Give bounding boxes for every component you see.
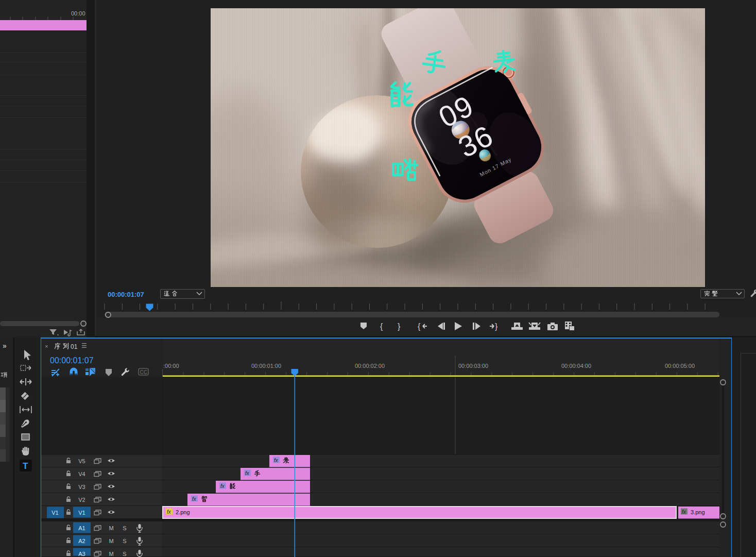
svg-text:T: T <box>23 461 28 471</box>
svg-text:{: { <box>418 322 421 331</box>
svg-text:}: } <box>495 322 498 331</box>
svg-text:00:00:03:00: 00:00:03:00 <box>458 363 488 369</box>
svg-text:}: } <box>398 322 401 331</box>
svg-text:V1: V1 <box>51 510 58 516</box>
svg-text:3.png: 3.png <box>691 509 705 515</box>
svg-text:fx: fx <box>167 509 171 515</box>
svg-text:S: S <box>123 525 126 531</box>
svg-text:fx: fx <box>220 483 225 489</box>
svg-text:00:00:05:00: 00:00:05:00 <box>665 363 695 369</box>
svg-text:2.png: 2.png <box>176 509 190 515</box>
svg-text:V4: V4 <box>78 471 85 477</box>
svg-text:M: M <box>109 538 113 544</box>
svg-text:S: S <box>123 551 126 557</box>
svg-text:00:00:02:00: 00:00:02:00 <box>355 363 385 369</box>
svg-text:A3: A3 <box>78 551 85 557</box>
svg-text:A2: A2 <box>78 538 85 544</box>
svg-text:V5: V5 <box>78 458 85 464</box>
svg-text:fx: fx <box>192 496 197 502</box>
svg-text:M: M <box>109 551 113 557</box>
svg-text:S: S <box>123 538 126 544</box>
svg-text:{: { <box>380 322 383 331</box>
svg-text:00:00:01:00: 00:00:01:00 <box>251 363 281 369</box>
svg-text:fx: fx <box>682 509 686 515</box>
svg-text:M: M <box>109 525 113 531</box>
svg-text:fx: fx <box>245 470 250 476</box>
svg-text:A1: A1 <box>78 525 85 531</box>
svg-text:V2: V2 <box>78 497 85 503</box>
svg-text::00:00: :00:00 <box>163 363 179 369</box>
svg-text:V1: V1 <box>78 510 85 516</box>
svg-text:00:00:04:00: 00:00:04:00 <box>561 363 591 369</box>
svg-text:fx: fx <box>274 458 279 463</box>
svg-text:V3: V3 <box>78 484 85 490</box>
